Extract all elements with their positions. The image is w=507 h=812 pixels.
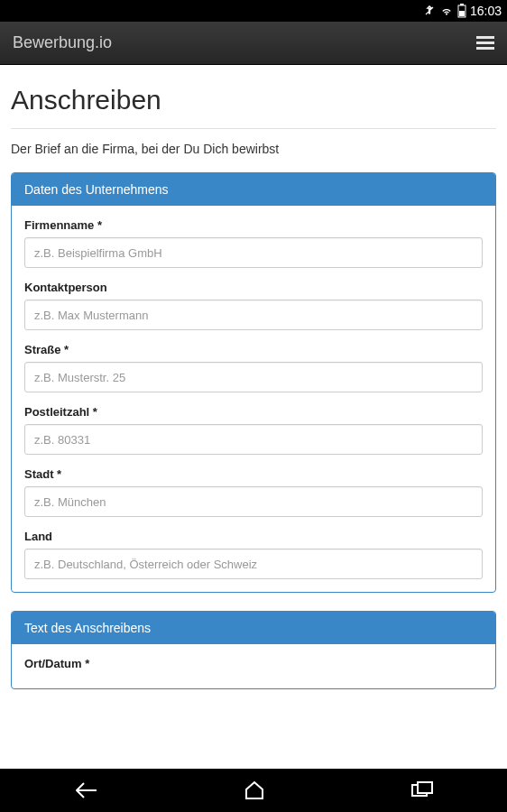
stadt-label: Stadt *	[24, 467, 483, 481]
firmenname-label: Firmenname *	[24, 218, 483, 232]
android-nav-bar	[0, 769, 507, 812]
mute-icon	[423, 5, 436, 17]
land-label: Land	[24, 530, 483, 543]
ortdatum-label: Ort/Datum *	[24, 657, 483, 670]
status-bar: 16:03	[0, 0, 507, 22]
text-panel: Text des Anschreibens Ort/Datum *	[11, 611, 496, 689]
kontaktperson-label: Kontaktperson	[24, 281, 483, 294]
content-area: Anschreiben Der Brief an die Firma, bei …	[0, 65, 507, 769]
text-panel-header: Text des Anschreibens	[12, 612, 495, 644]
svg-rect-4	[418, 782, 432, 793]
battery-icon	[457, 4, 466, 18]
svg-rect-1	[460, 4, 464, 5]
postleitzahl-input[interactable]	[24, 424, 483, 455]
company-panel: Daten des Unternehmens Firmenname * Kont…	[11, 172, 496, 593]
page-subtitle: Der Brief an die Firma, bei der Du Dich …	[11, 142, 496, 156]
strasse-label: Straße *	[24, 343, 483, 356]
stadt-input[interactable]	[24, 486, 483, 517]
svg-rect-2	[459, 11, 465, 16]
app-title: Bewerbung.io	[13, 33, 112, 52]
menu-icon[interactable]	[476, 36, 494, 50]
company-panel-header: Daten des Unternehmens	[12, 173, 495, 206]
recents-icon[interactable]	[410, 781, 434, 799]
divider	[11, 128, 496, 129]
strasse-input[interactable]	[24, 362, 483, 392]
app-header: Bewerbung.io	[0, 22, 507, 65]
land-input[interactable]	[24, 549, 483, 579]
back-icon[interactable]	[73, 780, 98, 800]
firmenname-input[interactable]	[24, 237, 483, 268]
home-icon[interactable]	[244, 780, 265, 800]
status-time: 16:03	[470, 4, 502, 18]
wifi-icon	[439, 5, 454, 17]
page-heading: Anschreiben	[11, 85, 496, 115]
postleitzahl-label: Postleitzahl *	[24, 405, 483, 419]
kontaktperson-input[interactable]	[24, 300, 483, 330]
